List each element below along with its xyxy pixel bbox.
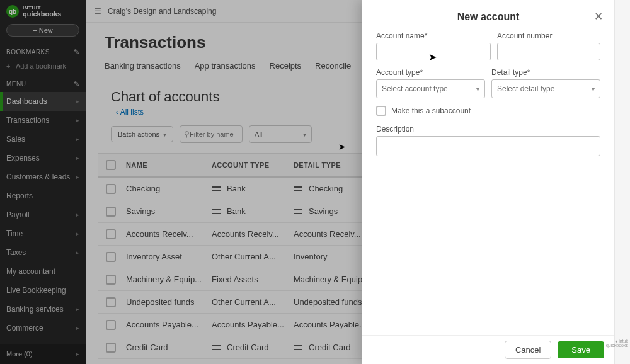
sidebar-item-payroll[interactable]: Payroll▸ xyxy=(0,205,86,224)
cell-type: Bank xyxy=(212,184,294,193)
chevron-right-icon: ▸ xyxy=(76,230,79,237)
sidebar-item-label: Commerce xyxy=(6,324,43,333)
row-checkbox[interactable] xyxy=(106,343,116,353)
brand: qb INTUIT quickbooks xyxy=(0,0,86,20)
close-icon[interactable]: ✕ xyxy=(594,10,603,23)
row-checkbox[interactable] xyxy=(106,297,116,307)
chevron-right-icon: ▸ xyxy=(76,249,79,256)
chevron-down-icon: ▾ xyxy=(592,86,595,93)
cell-type: Accounts Receiv... xyxy=(212,229,294,239)
account-type-select[interactable]: Select account type ▾ xyxy=(376,79,485,98)
sliders-icon xyxy=(212,344,220,351)
tab-reconcile[interactable]: Reconcile xyxy=(315,61,351,77)
search-input[interactable] xyxy=(190,130,234,138)
new-button[interactable]: + New xyxy=(6,24,79,37)
chevron-down-icon: ▾ xyxy=(163,131,166,138)
sidebar-item-label: Reports xyxy=(6,191,33,200)
chevron-right-icon: ▸ xyxy=(76,155,79,161)
row-checkbox[interactable] xyxy=(106,207,116,217)
sliders-icon xyxy=(294,208,302,215)
cell-type: Other Current A... xyxy=(212,252,294,261)
chevron-right-icon: ▸ xyxy=(76,325,79,331)
sidebar-item-banking-services[interactable]: Banking services▸ xyxy=(0,300,86,319)
modal-title: New account xyxy=(376,11,600,23)
cursor-icon: ➤ xyxy=(428,51,437,63)
detail-type-label: Detail type* xyxy=(491,68,600,77)
row-checkbox[interactable] xyxy=(106,252,116,262)
pencil-icon[interactable]: ✎ xyxy=(74,80,80,88)
more-menu[interactable]: More (0) ▸ xyxy=(0,344,86,364)
sidebar-item-label: Sales xyxy=(6,135,25,144)
row-checkbox[interactable] xyxy=(106,229,116,239)
sliders-icon xyxy=(294,185,302,193)
tab-banking-transactions[interactable]: Banking transactions xyxy=(105,61,181,77)
row-checkbox[interactable] xyxy=(106,320,116,330)
description-field[interactable] xyxy=(376,136,600,156)
more-label: More (0) xyxy=(6,350,33,358)
filter-label: All xyxy=(255,130,262,138)
row-checkbox[interactable] xyxy=(106,275,116,285)
tab-receipts[interactable]: Receipts xyxy=(270,61,302,77)
sidebar-item-taxes[interactable]: Taxes▸ xyxy=(0,243,86,262)
collapse-icon[interactable]: ☰ xyxy=(94,7,101,16)
modal-footer: Cancel Save xyxy=(362,335,614,364)
account-number-field[interactable] xyxy=(497,43,600,60)
cancel-button[interactable]: Cancel xyxy=(505,341,551,359)
chevron-right-icon: ▸ xyxy=(76,98,79,105)
add-bookmark[interactable]: + Add a bookmark xyxy=(0,60,86,76)
sidebar: qb INTUIT quickbooks + New BOOKMARKS ✎ +… xyxy=(0,0,86,364)
sidebar-item-label: Taxes xyxy=(6,248,26,257)
sidebar-item-label: Banking services xyxy=(6,305,64,314)
sidebar-item-my-accountant[interactable]: My accountant xyxy=(0,262,86,281)
chevron-right-icon: ▸ xyxy=(76,351,79,357)
cursor-icon: ➤ xyxy=(338,142,346,152)
sliders-icon xyxy=(212,185,220,193)
brand-text: INTUIT quickbooks xyxy=(23,6,61,18)
qb-watermark: ● intuitquickbooks xyxy=(606,339,628,348)
batch-actions-button[interactable]: Batch actions ▾ xyxy=(111,126,173,142)
tab-app-transactions[interactable]: App transactions xyxy=(195,61,256,77)
cell-name: Credit Card xyxy=(123,343,212,352)
sidebar-item-commerce[interactable]: Commerce▸ xyxy=(0,319,86,338)
select-all-checkbox[interactable] xyxy=(106,160,116,170)
filter-select[interactable]: All ▾ xyxy=(249,125,312,143)
cell-name: Savings xyxy=(123,207,212,216)
account-number-label: Account number xyxy=(497,31,600,40)
sidebar-item-dashboards[interactable]: Dashboards▸ xyxy=(0,92,86,111)
chevron-right-icon: ▸ xyxy=(76,306,79,312)
add-bookmark-label: Add a bookmark xyxy=(16,62,66,70)
company-name: Craig's Design and Landscaping xyxy=(108,7,216,16)
sidebar-item-expenses[interactable]: Expenses▸ xyxy=(0,149,86,168)
new-account-modal: ✕ New account Account name* Account numb… xyxy=(362,0,614,364)
subaccount-checkbox[interactable] xyxy=(376,106,386,116)
sidebar-item-label: Payroll xyxy=(6,210,30,219)
pencil-icon[interactable]: ✎ xyxy=(74,48,80,56)
sidebar-item-reports[interactable]: Reports xyxy=(0,186,86,205)
search-icon: ⚲ xyxy=(184,130,190,139)
row-checkbox[interactable] xyxy=(106,184,116,194)
cell-name: Inventory Asset xyxy=(123,252,212,261)
right-rail xyxy=(614,0,630,364)
sidebar-item-live-bookkeeping[interactable]: Live Bookkeeping xyxy=(0,281,86,300)
sidebar-item-label: My accountant xyxy=(6,267,55,276)
header-type: ACCOUNT TYPE xyxy=(212,161,294,169)
batch-actions-label: Batch actions xyxy=(118,130,159,138)
cell-name: Undeposited funds xyxy=(123,297,212,307)
cell-name: Checking xyxy=(123,184,212,193)
qb-logo-icon: qb xyxy=(6,5,19,18)
sidebar-item-time[interactable]: Time▸ xyxy=(0,224,86,243)
chevron-down-icon: ▾ xyxy=(476,86,479,93)
sidebar-item-transactions[interactable]: Transactions▸ xyxy=(0,111,86,130)
sidebar-item-label: Transactions xyxy=(6,116,49,125)
sidebar-item-label: Expenses xyxy=(6,154,40,162)
save-button[interactable]: Save xyxy=(558,341,604,358)
sidebar-item-sales[interactable]: Sales▸ xyxy=(0,130,86,149)
detail-type-select[interactable]: Select detail type ▾ xyxy=(491,79,600,98)
cell-type: Bank xyxy=(212,207,294,216)
sidebar-item-label: Live Bookkeeping xyxy=(6,286,66,295)
account-type-placeholder: Select account type xyxy=(382,84,448,93)
sidebar-item-customers-leads[interactable]: Customers & leads▸ xyxy=(0,168,86,186)
detail-type-placeholder: Select detail type xyxy=(497,84,554,93)
bookmarks-label: BOOKMARKS xyxy=(6,48,50,55)
chevron-right-icon: ▸ xyxy=(76,136,79,142)
